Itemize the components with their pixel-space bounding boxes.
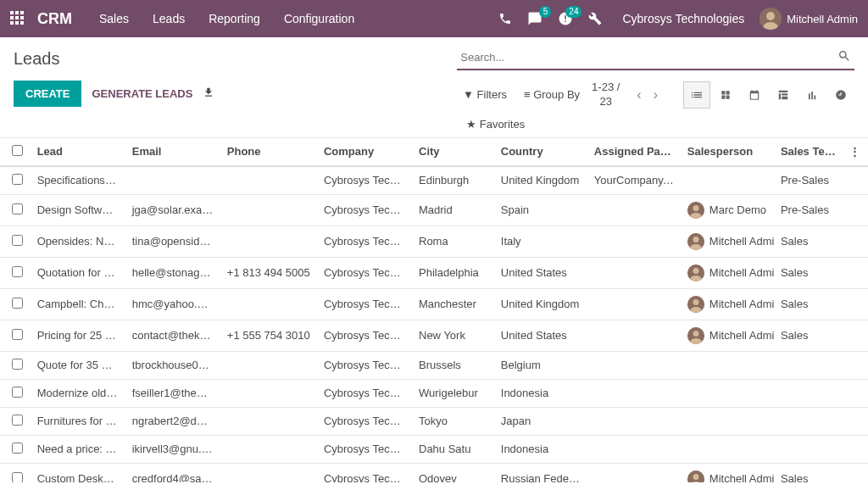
view-list-button[interactable] xyxy=(683,81,710,109)
cell-partner xyxy=(587,407,681,435)
view-pivot-button[interactable] xyxy=(770,81,797,109)
row-checkbox[interactable] xyxy=(12,298,23,309)
cell-company: Cybrosys Techn... xyxy=(317,320,412,351)
debug-icon[interactable] xyxy=(588,12,602,25)
filters-toggle[interactable]: ▼ Filters xyxy=(463,88,507,101)
cell-team: Sales xyxy=(774,463,843,482)
col-phone[interactable]: Phone xyxy=(220,138,317,166)
row-checkbox[interactable] xyxy=(12,359,23,370)
col-team[interactable]: Sales Team xyxy=(774,138,843,166)
cell-email: fseiller1@thegl... xyxy=(125,379,220,407)
cell-salesperson xyxy=(681,351,774,379)
col-city[interactable]: City xyxy=(412,138,494,166)
cell-phone xyxy=(220,194,317,226)
select-all-checkbox[interactable] xyxy=(12,145,23,156)
cell-phone: +1 555 754 3010 xyxy=(220,320,317,351)
cell-country: Russian Federa... xyxy=(494,463,587,482)
cell-partner: YourCompany, ... xyxy=(587,166,681,195)
table-row[interactable]: Furnitures for n...ngrabert2@dail...Cybr… xyxy=(0,407,868,435)
col-salesperson[interactable]: Salesperson xyxy=(681,138,774,166)
view-activity-button[interactable] xyxy=(827,81,854,109)
view-kanban-button[interactable] xyxy=(712,81,739,109)
generate-leads-button[interactable]: GENERATE LEADS xyxy=(92,87,192,100)
search-icon[interactable] xyxy=(834,46,854,69)
cell-team: Sales xyxy=(774,320,843,351)
cell-lead: Specifications a... xyxy=(31,166,125,195)
pager-text[interactable]: 1-23 /23 xyxy=(592,81,620,109)
pager-prev[interactable]: ‹ xyxy=(632,84,646,106)
phone-icon[interactable] xyxy=(498,12,512,25)
cell-lead: Custom Desks (... xyxy=(31,463,125,482)
table-row[interactable]: Custom Desks (...credford4@salo...Cybros… xyxy=(0,463,868,482)
row-checkbox[interactable] xyxy=(12,329,23,340)
pager-next[interactable]: › xyxy=(648,84,663,106)
control-panel: Leads CREATE GENERATE LEADS ▼ Filters ≡ … xyxy=(0,37,868,138)
row-checkbox[interactable] xyxy=(12,174,23,185)
nav-reporting[interactable]: Reporting xyxy=(198,7,270,31)
nav-sales[interactable]: Sales xyxy=(89,7,139,31)
salesperson-name: Mitchell Admi xyxy=(709,235,774,248)
table-row[interactable]: Specifications a...Cybrosys Techn...Edin… xyxy=(0,166,868,195)
table-row[interactable]: Quote for 35 wi...tbrockhouse0@...Cybros… xyxy=(0,351,868,379)
row-checkbox[interactable] xyxy=(12,472,23,482)
company-selector[interactable]: Cybrosys Technologies xyxy=(617,12,744,25)
cell-phone xyxy=(220,407,317,435)
view-calendar-button[interactable] xyxy=(741,81,768,109)
table-row[interactable]: Quotation for 5...helle@stonageit...+1 8… xyxy=(0,257,868,288)
row-checkbox[interactable] xyxy=(12,203,23,214)
create-button[interactable]: CREATE xyxy=(14,81,81,107)
cell-email xyxy=(125,166,220,195)
cell-salesperson: Mitchell Admi xyxy=(681,257,774,288)
table-row[interactable]: Need a price: ur...ikirvell3@gnu.orgCybr… xyxy=(0,435,868,463)
columns-menu-icon[interactable]: ⋮ xyxy=(849,145,860,158)
cell-city: Brussels xyxy=(412,351,494,379)
messages-icon[interactable]: 5 xyxy=(527,11,542,26)
search-input[interactable] xyxy=(457,46,834,69)
top-icons: 5 24 Cybrosys Technologies Mitchell Admi… xyxy=(498,8,858,30)
salesperson-name: Mitchell Admi xyxy=(709,472,774,482)
cell-email: jga@solar.exam... xyxy=(125,194,220,226)
nav-leads[interactable]: Leads xyxy=(142,7,195,31)
cell-phone xyxy=(220,379,317,407)
svg-point-1 xyxy=(766,12,775,20)
cell-salesperson: Marc Demo xyxy=(681,194,774,226)
row-checkbox[interactable] xyxy=(12,387,23,398)
table-row[interactable]: Modernize old o...fseiller1@thegl...Cybr… xyxy=(0,379,868,407)
user-avatar xyxy=(760,8,782,30)
app-brand: CRM xyxy=(37,10,72,28)
cell-partner xyxy=(587,257,681,288)
cell-email: tbrockhouse0@... xyxy=(125,351,220,379)
row-checkbox[interactable] xyxy=(12,266,23,277)
col-lead[interactable]: Lead xyxy=(31,138,125,166)
user-menu[interactable]: Mitchell Admin xyxy=(760,8,858,30)
groupby-toggle[interactable]: ≡ Group By xyxy=(524,88,580,101)
cell-lead: Design Softwar... xyxy=(31,194,125,226)
cell-country: United Kingdom xyxy=(494,166,587,195)
table-row[interactable]: Design Softwar...jga@solar.exam...Cybros… xyxy=(0,194,868,226)
col-partner[interactable]: Assigned Part... xyxy=(587,138,681,166)
apps-icon[interactable] xyxy=(10,11,25,26)
svg-point-19 xyxy=(693,474,698,480)
cell-salesperson xyxy=(681,166,774,195)
cell-email: credford4@salo... xyxy=(125,463,220,482)
cell-country: Japan xyxy=(494,407,587,435)
favorites-toggle[interactable]: ★ Favorites xyxy=(466,118,525,131)
activities-icon[interactable]: 24 xyxy=(558,11,573,26)
row-checkbox[interactable] xyxy=(12,443,23,454)
col-email[interactable]: Email xyxy=(125,138,220,166)
table-row[interactable]: Pricing for 25 d...contact@theko...+1 55… xyxy=(0,320,868,351)
col-country[interactable]: Country xyxy=(494,138,587,166)
cell-email: ngrabert2@dail... xyxy=(125,407,220,435)
col-company[interactable]: Company xyxy=(317,138,412,166)
row-checkbox[interactable] xyxy=(12,235,23,246)
cell-country: Indonesia xyxy=(494,379,587,407)
row-checkbox[interactable] xyxy=(12,415,23,426)
cell-phone xyxy=(220,351,317,379)
activities-badge: 24 xyxy=(565,6,581,18)
cell-phone: +1 813 494 5005 xyxy=(220,257,317,288)
nav-configuration[interactable]: Configuration xyxy=(274,7,364,31)
table-row[interactable]: Campbell: Chairshmc@yahoo.ex...Cybrosys … xyxy=(0,288,868,320)
table-row[interactable]: Opensides: Nee...tina@opensides...Cybros… xyxy=(0,226,868,257)
download-icon[interactable] xyxy=(203,86,214,101)
view-graph-button[interactable] xyxy=(798,81,826,109)
